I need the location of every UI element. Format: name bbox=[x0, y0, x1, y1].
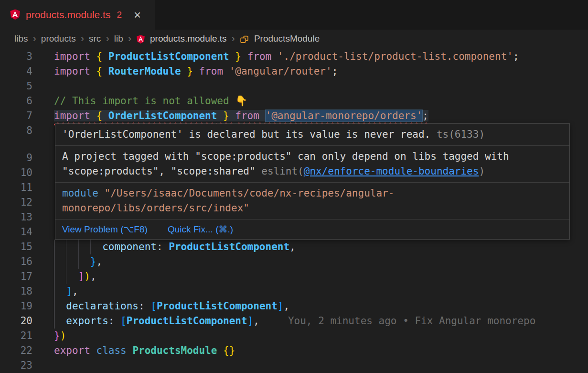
tab-products-module[interactable]: products.module.ts 2 × bbox=[0, 0, 155, 30]
breadcrumb-item-lib[interactable]: lib bbox=[114, 33, 123, 44]
line-number[interactable]: 21 bbox=[0, 329, 54, 343]
line-number[interactable]: 17 bbox=[0, 269, 54, 284]
line-number[interactable]: 20 bbox=[0, 314, 54, 329]
line-number[interactable]: 6 bbox=[0, 94, 54, 109]
line-number[interactable]: 23 bbox=[0, 358, 54, 373]
code-token: } bbox=[90, 256, 96, 267]
code-content[interactable]: }) bbox=[54, 329, 588, 343]
git-blame-annotation: You, 2 minutes ago • Fix Angular monorep… bbox=[288, 315, 535, 327]
code-content[interactable]: export class ProductsModule {} bbox=[54, 343, 588, 358]
code-content[interactable]: ]), bbox=[54, 269, 588, 284]
code-content[interactable]: exports: [ProductListComponent],You, 2 m… bbox=[54, 314, 588, 329]
code-token: , bbox=[96, 256, 103, 267]
line-number[interactable]: 7 bbox=[0, 109, 54, 123]
chevron-right-icon: › bbox=[33, 34, 36, 44]
eslint-rule-link[interactable]: @nx/enforce-module-boundaries bbox=[304, 165, 479, 177]
code-line[interactable]: 19declarations: [ProductListComponent], bbox=[0, 299, 588, 314]
indent-guide bbox=[66, 254, 78, 269]
indent-guide bbox=[54, 240, 66, 254]
code-line[interactable]: 22export class ProductsModule {} bbox=[0, 343, 588, 358]
close-icon[interactable]: × bbox=[134, 9, 141, 21]
eslint-source: eslint( bbox=[261, 165, 304, 177]
code-content[interactable]: import { ProductListComponent } from './… bbox=[54, 49, 588, 64]
line-number[interactable]: 9 bbox=[0, 151, 54, 165]
code-token: RouterModule bbox=[108, 66, 181, 77]
code-token: './product-list/product-list.component' bbox=[278, 51, 513, 62]
view-problem-link[interactable]: View Problem (⌥F8) bbox=[62, 224, 148, 235]
code-token: {} bbox=[223, 345, 235, 356]
code-line[interactable]: 17]), bbox=[0, 269, 588, 284]
eslint-text-line1: A project tagged with "scope:products" c… bbox=[62, 151, 509, 162]
code-content[interactable]: import { OrderListComponent } from '@ang… bbox=[54, 109, 588, 123]
code-line[interactable]: 16}, bbox=[0, 254, 588, 269]
code-token: ; bbox=[332, 66, 338, 77]
line-number[interactable]: 14 bbox=[0, 225, 54, 240]
line-number[interactable]: 18 bbox=[0, 284, 54, 299]
eslint-source-close: ) bbox=[479, 165, 485, 177]
line-number[interactable]: 15 bbox=[0, 240, 54, 254]
code-token bbox=[217, 345, 223, 356]
code-token: , bbox=[289, 241, 296, 252]
chevron-right-icon: › bbox=[106, 34, 109, 44]
line-number[interactable]: 5 bbox=[0, 79, 54, 94]
code-token: , bbox=[72, 285, 78, 297]
hover-actions: View Problem (⌥F8) Quick Fix... (⌘.) bbox=[55, 219, 569, 239]
breadcrumb-item-symbol[interactable]: ProductsModule bbox=[254, 33, 320, 44]
code-editor[interactable]: 3import { ProductListComponent } from '.… bbox=[0, 48, 588, 373]
code-token: // This import is not allowed bbox=[54, 95, 235, 107]
module-path-line1: "/Users/isaac/Documents/code/nx-recipes/… bbox=[98, 187, 395, 199]
code-line[interactable]: 3import { ProductListComponent } from '.… bbox=[0, 49, 588, 64]
indent-guide bbox=[78, 240, 90, 254]
line-number[interactable]: 13 bbox=[0, 210, 54, 225]
code-content[interactable]: }, bbox=[54, 254, 588, 269]
code-token: ProductListComponent bbox=[157, 300, 278, 312]
line-number[interactable]: 10 bbox=[0, 165, 54, 180]
line-number[interactable]: 22 bbox=[0, 343, 54, 358]
code-content[interactable]: // This import is not allowed 👇 bbox=[54, 94, 588, 109]
line-number[interactable]: 16 bbox=[0, 254, 54, 269]
code-content[interactable]: component: ProductListComponent, bbox=[54, 240, 588, 254]
line-number[interactable]: 19 bbox=[0, 299, 54, 314]
line-number[interactable]: 3 bbox=[0, 49, 54, 64]
diagnostic-underline[interactable]: import { OrderListComponent } from '@ang… bbox=[54, 110, 428, 121]
breadcrumb-item-file[interactable]: products.module.ts bbox=[150, 33, 227, 44]
code-line[interactable]: 6// This import is not allowed 👇 bbox=[0, 94, 588, 109]
code-line[interactable]: 15component: ProductListComponent, bbox=[0, 240, 588, 254]
line-number[interactable]: 4 bbox=[0, 64, 54, 79]
chevron-right-icon: › bbox=[128, 34, 131, 44]
code-token: ] bbox=[247, 315, 254, 327]
code-content[interactable]: ], bbox=[54, 284, 588, 299]
code-line[interactable]: 23 bbox=[0, 358, 588, 373]
code-line[interactable]: 21}) bbox=[0, 329, 588, 343]
code-line[interactable]: 5 bbox=[0, 79, 588, 94]
code-content[interactable]: declarations: [ProductListComponent], bbox=[54, 299, 588, 314]
code-line[interactable]: 18], bbox=[0, 284, 588, 299]
quick-fix-link[interactable]: Quick Fix... (⌘.) bbox=[168, 224, 233, 235]
angular-icon bbox=[10, 9, 21, 22]
line-number[interactable]: 12 bbox=[0, 195, 54, 210]
code-token: { bbox=[96, 110, 108, 121]
breadcrumb-item-src[interactable]: src bbox=[89, 33, 101, 44]
code-line[interactable]: 4import { RouterModule } from '@angular/… bbox=[0, 64, 588, 79]
module-keyword: module bbox=[62, 187, 98, 199]
angular-icon bbox=[136, 34, 145, 44]
breadcrumb-item-products[interactable]: products bbox=[41, 33, 76, 44]
indent-guide bbox=[54, 254, 66, 269]
line-number[interactable]: 8 bbox=[0, 123, 54, 138]
code-token: ; bbox=[513, 51, 519, 62]
code-token: ) bbox=[60, 330, 66, 341]
diagnostic-text: 'OrderListComponent' is declared but its… bbox=[62, 129, 430, 140]
code-token: ; bbox=[422, 110, 428, 121]
code-token: from bbox=[247, 51, 278, 62]
code-token: , bbox=[253, 315, 259, 327]
code-line[interactable]: 7import { OrderListComponent } from '@an… bbox=[0, 109, 588, 123]
code-token: exports bbox=[66, 315, 108, 327]
indent-guide bbox=[54, 284, 66, 299]
code-content[interactable]: import { RouterModule } from '@angular/r… bbox=[54, 64, 588, 79]
code-line[interactable]: 20exports: [ProductListComponent],You, 2… bbox=[0, 314, 588, 329]
line-number[interactable]: 11 bbox=[0, 180, 54, 195]
breadcrumb-item-libs[interactable]: libs bbox=[14, 33, 28, 44]
code-token: } bbox=[181, 66, 199, 77]
code-token: [ bbox=[150, 300, 157, 312]
tab-bar: products.module.ts 2 × bbox=[0, 0, 588, 30]
